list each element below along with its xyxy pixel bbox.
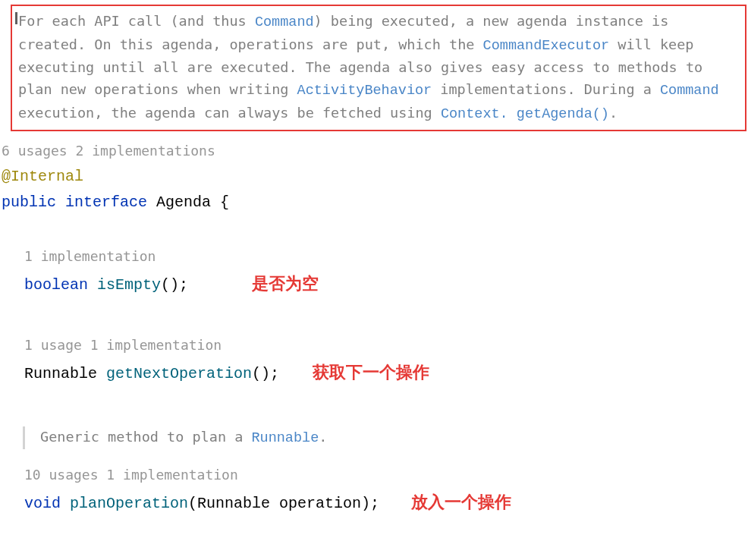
method-parens: (); bbox=[161, 276, 188, 294]
javadoc-text: For each API call (and thus bbox=[18, 13, 255, 29]
annotation-planoperation-comment: 放入一个操作 bbox=[411, 489, 511, 514]
return-type-void: void bbox=[24, 495, 61, 512]
method-isempty-signature: boolean isEmpty(); bbox=[24, 274, 237, 297]
keyword-interface: interface bbox=[65, 193, 147, 211]
javadoc-comment-box: For each API call (and thus Command) bei… bbox=[11, 5, 746, 131]
method-name-planoperation[interactable]: planOperation bbox=[70, 495, 188, 512]
inner-doc-text: . bbox=[319, 429, 327, 445]
method-planoperation-javadoc: Generic method to plan a Runnable. bbox=[23, 426, 748, 449]
method-planoperation-signature: void planOperation(Runnable operation); bbox=[24, 492, 381, 515]
class-usages-hint[interactable]: 6 usages 2 implementations bbox=[2, 140, 748, 161]
javadoc-link-commandexecutor[interactable]: CommandExecutor bbox=[483, 38, 610, 54]
method-getnextoperation-signature: Runnable getNextOperation(); bbox=[24, 363, 290, 385]
keyword-public: public bbox=[2, 193, 56, 211]
javadoc-link-activitybehavior[interactable]: ActivityBehavior bbox=[297, 83, 432, 99]
annotation-getnextoperation-comment: 获取下一个操作 bbox=[313, 360, 429, 385]
javadoc-text: implementations. During a bbox=[432, 81, 660, 97]
open-brace: { bbox=[220, 193, 229, 211]
javadoc-text: . bbox=[609, 105, 618, 121]
method-name-getnextoperation[interactable]: getNextOperation bbox=[106, 365, 252, 382]
javadoc-link-runnable[interactable]: Runnable bbox=[251, 430, 319, 446]
inner-doc-text: Generic method to plan a bbox=[40, 429, 251, 445]
return-type-runnable[interactable]: Runnable bbox=[24, 365, 97, 382]
method-getnextoperation-usages-hint[interactable]: 1 usage 1 implementation bbox=[24, 335, 748, 355]
javadoc-link-command2[interactable]: Command bbox=[660, 83, 719, 99]
method-parens: (); bbox=[252, 365, 279, 382]
annotation-line: @Internal bbox=[2, 165, 748, 188]
class-name-agenda[interactable]: Agenda bbox=[156, 193, 211, 211]
annotation-internal[interactable]: @Internal bbox=[2, 168, 83, 185]
javadoc-text: execution, the agenda can always be fetc… bbox=[18, 105, 441, 121]
javadoc-link-command[interactable]: Command bbox=[255, 14, 314, 30]
javadoc-link-context-getagenda[interactable]: Context. getAgenda() bbox=[441, 106, 609, 122]
return-type-boolean: boolean bbox=[24, 276, 88, 294]
method-name-isempty[interactable]: isEmpty bbox=[97, 276, 161, 294]
class-declaration-line: public interface Agenda { bbox=[2, 191, 748, 214]
annotation-isempty-comment: 是否为空 bbox=[252, 271, 319, 296]
method-planoperation-usages-hint[interactable]: 10 usages 1 implementation bbox=[24, 464, 748, 485]
method-isempty-usages-hint[interactable]: 1 implementation bbox=[24, 246, 748, 266]
method-params: (Runnable operation); bbox=[188, 495, 379, 512]
